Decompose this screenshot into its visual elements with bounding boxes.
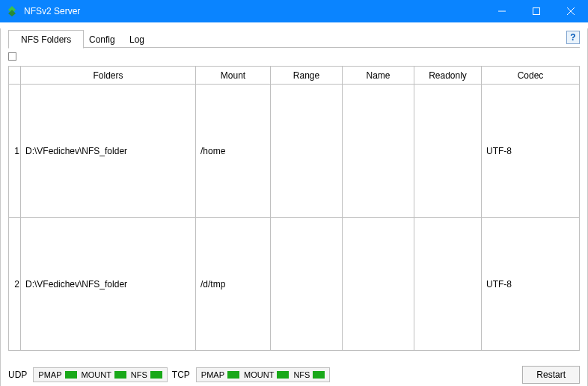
minimize-button[interactable] xyxy=(485,0,519,22)
service-label: PMAP xyxy=(38,370,61,379)
tab-log[interactable]: Log xyxy=(117,31,156,49)
tcp-mount-status: MOUNT xyxy=(244,370,289,379)
close-button[interactable] xyxy=(554,0,588,22)
tab-label: NFS Folders xyxy=(21,34,71,45)
header-folders[interactable]: Folders xyxy=(21,67,196,85)
header-mount[interactable]: Mount xyxy=(196,67,271,85)
cell-codec[interactable]: UTF-8 xyxy=(482,218,580,351)
udp-services-group: PMAP MOUNT NFS xyxy=(33,367,168,382)
led-icon xyxy=(150,371,162,379)
service-label: MOUNT xyxy=(82,370,111,379)
app-icon xyxy=(6,5,18,17)
titlebar: NFSv2 Server xyxy=(0,0,588,22)
led-icon xyxy=(277,371,289,379)
cell-range[interactable] xyxy=(271,218,343,351)
led-icon xyxy=(114,371,126,379)
header-readonly[interactable]: Readonly xyxy=(414,67,482,85)
service-label: NFS xyxy=(131,370,147,379)
tab-nfs-folders[interactable]: NFS Folders xyxy=(8,30,84,49)
grid-area: Folders Mount Range Name Readonly Codec … xyxy=(8,52,580,351)
led-icon xyxy=(227,371,239,379)
led-icon xyxy=(65,371,77,379)
help-icon: ? xyxy=(570,32,575,43)
tcp-pmap-status: PMAP xyxy=(201,370,239,379)
service-label: PMAP xyxy=(201,370,224,379)
cell-name[interactable] xyxy=(343,85,414,218)
cell-rownum: 1 xyxy=(9,85,21,218)
status-bar: UDP PMAP MOUNT NFS TCP PMAP MOUNT NFS Re… xyxy=(8,366,580,384)
service-label: NFS xyxy=(293,370,310,379)
cell-mount[interactable]: /d/tmp xyxy=(196,218,271,351)
table-row[interactable]: 2 D:\VFedichev\NFS_folder /d/tmp UTF-8 xyxy=(9,218,580,351)
header-range[interactable]: Range xyxy=(271,67,343,85)
header-name[interactable]: Name xyxy=(343,67,414,85)
udp-pmap-status: PMAP xyxy=(38,370,76,379)
window-title: NFSv2 Server xyxy=(24,6,485,16)
udp-label: UDP xyxy=(8,370,27,380)
udp-mount-status: MOUNT xyxy=(82,370,126,379)
tcp-nfs-status: NFS xyxy=(293,370,325,379)
header-rownum xyxy=(9,67,21,85)
select-all-checkbox[interactable] xyxy=(8,52,16,61)
help-button[interactable]: ? xyxy=(566,31,580,44)
cell-codec[interactable]: UTF-8 xyxy=(482,85,580,218)
restart-button[interactable]: Restart xyxy=(522,366,580,384)
tab-label: Log xyxy=(129,34,144,45)
cell-rownum: 2 xyxy=(9,218,21,351)
cell-name[interactable] xyxy=(343,218,414,351)
cell-range[interactable] xyxy=(271,85,343,218)
folders-table: Folders Mount Range Name Readonly Codec … xyxy=(8,66,580,351)
tcp-label: TCP xyxy=(172,370,190,380)
svg-rect-1 xyxy=(533,8,540,15)
table-row[interactable]: 1 D:\VFedichev\NFS_folder /home UTF-8 xyxy=(9,85,580,218)
header-codec[interactable]: Codec xyxy=(482,67,580,85)
service-label: MOUNT xyxy=(244,370,274,379)
cell-folders[interactable]: D:\VFedichev\NFS_folder xyxy=(21,218,196,351)
cell-mount[interactable]: /home xyxy=(196,85,271,218)
cell-folders[interactable]: D:\VFedichev\NFS_folder xyxy=(21,85,196,218)
udp-nfs-status: NFS xyxy=(131,370,162,379)
client-area: NFS Folders Config Log ? Folders Mount R… xyxy=(0,28,588,386)
tab-bar: NFS Folders Config Log ? xyxy=(8,28,580,48)
tcp-services-group: PMAP MOUNT NFS xyxy=(196,367,331,382)
maximize-button[interactable] xyxy=(519,0,554,22)
led-icon xyxy=(313,371,325,379)
tab-label: Config xyxy=(89,34,115,45)
cell-readonly[interactable] xyxy=(414,85,482,218)
cell-readonly[interactable] xyxy=(414,218,482,351)
table-header-row: Folders Mount Range Name Readonly Codec xyxy=(9,67,580,85)
